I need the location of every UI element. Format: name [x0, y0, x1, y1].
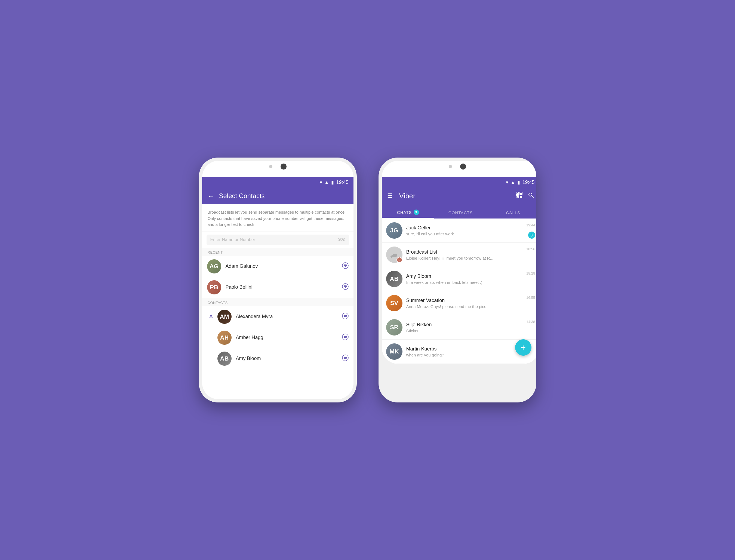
hamburger-menu[interactable]: ☰ [387, 192, 393, 199]
battery-icon-right: ▮ [517, 179, 520, 185]
unread-badge-jack: 3 [528, 232, 535, 239]
wifi-icon-right: ▾ [506, 179, 508, 185]
chat-preview-jack: sure, i'll call you after work [406, 232, 524, 236]
phone-notch-right [379, 164, 536, 170]
fab-icon: + [521, 343, 526, 353]
tab-chats[interactable]: CHATS 3 [382, 207, 434, 219]
svg-rect-10 [517, 196, 518, 198]
avatar-amber: AH [217, 331, 232, 345]
avatar-summer: SV [386, 295, 402, 311]
signal-icon: ▲ [324, 180, 329, 185]
contact-name-amy: Amy Bloom [236, 356, 342, 361]
app-header-right: ☰ Viber [382, 187, 536, 204]
app-header-left: ← Select Contacts [202, 187, 353, 204]
front-camera-small [269, 165, 272, 168]
tab-contacts-label: CONTACTS [448, 210, 473, 215]
contact-name-amber: Amber Hagg [236, 335, 342, 340]
chat-name-summer: Summer Vacation [406, 298, 524, 303]
viber-icon-alexandera [342, 313, 349, 321]
battery-icon: ▮ [331, 179, 334, 185]
front-camera-big-right [460, 164, 466, 170]
avatar-paolo: PB [207, 280, 221, 294]
chat-name-silje: Silje Rikken [406, 322, 524, 328]
chat-row-summer[interactable]: SV Summer Vacation Anna Meraz: Guys! ple… [382, 291, 536, 315]
chat-info-jack: Jack Geller sure, i'll call you after wo… [406, 225, 524, 236]
search-icon[interactable] [528, 192, 534, 200]
chat-info-broadcast: Broadcast List Eloise Koiller: Hey! I'll… [406, 249, 524, 260]
status-time-right: 19:45 [522, 180, 534, 185]
section-contacts-label: CONTACTS [202, 298, 353, 306]
chat-time-silje: 14:38 [526, 320, 535, 324]
svg-rect-8 [520, 193, 522, 194]
front-camera-big [281, 164, 287, 170]
chat-row-martin[interactable]: MK Martin Kuerbs when are you going? [382, 340, 536, 364]
chat-name-amy: Amy Bloom [406, 273, 524, 279]
svg-rect-6 [517, 193, 518, 194]
tab-contacts[interactable]: CONTACTS [434, 208, 487, 219]
chat-row-jack[interactable]: JG Jack Geller sure, i'll call you after… [382, 219, 536, 243]
avatar-martin: MK [386, 343, 402, 360]
chat-meta-jack: 19:44 3 [524, 223, 535, 239]
avatar-broadcast: E [386, 247, 402, 263]
tab-calls-label: CALLS [506, 210, 521, 215]
svg-rect-18 [391, 257, 392, 258]
avatar-silje: SR [386, 319, 402, 336]
search-bar[interactable]: Enter Name or Number 0/20 [207, 235, 349, 245]
chat-info-amy: Amy Bloom In a week or so, when im back … [406, 273, 524, 285]
svg-rect-12 [521, 196, 522, 197]
avatar-amy-right: AB [386, 271, 402, 287]
chat-row-amy-right[interactable]: AB Amy Bloom In a week or so, when im ba… [382, 267, 536, 291]
avatar-adam: AG [207, 259, 221, 273]
chat-time-summer: 16:55 [526, 296, 535, 300]
chat-list: JG Jack Geller sure, i'll call you after… [382, 219, 536, 364]
chat-info-summer: Summer Vacation Anna Meraz: Guys! please… [406, 298, 524, 309]
section-recent-label: RECENT [202, 248, 353, 256]
tab-calls[interactable]: CALLS [487, 208, 536, 219]
page-title-left: Select Contacts [219, 192, 265, 200]
chat-time-broadcast: 18:56 [526, 247, 535, 251]
chat-preview-amy: In a week or so, when im back lets meet … [406, 280, 524, 285]
description-box: Broadcast lists let you send separate me… [202, 204, 353, 232]
chat-name-broadcast: Broadcast List [406, 249, 524, 255]
chat-preview-silje: Sticker [406, 328, 524, 333]
chat-time-amy: 18:28 [526, 271, 535, 275]
fab-compose[interactable]: + [515, 339, 531, 356]
contact-row-alexandera[interactable]: A AM Alexandera Myra [202, 306, 353, 327]
status-bar-right: ▾ ▲ ▮ 19:45 [382, 177, 536, 187]
contact-row-amy[interactable]: AB Amy Bloom [202, 348, 353, 369]
avatar-amy: AB [217, 352, 232, 366]
phone-notch-left [199, 164, 357, 170]
contact-row-amber[interactable]: AH Amber Hagg [202, 327, 353, 348]
signal-icon-right: ▲ [510, 180, 515, 185]
viber-icon-amber [342, 334, 349, 342]
svg-line-16 [532, 196, 533, 198]
tab-chats-label: CHATS [397, 210, 412, 215]
chat-time-jack: 19:44 [526, 223, 535, 227]
tabs-bar: CHATS 3 CONTACTS CALLS [382, 204, 536, 219]
svg-rect-11 [520, 196, 521, 197]
phone-left: ▾ ▲ ▮ 19:45 ← Select Contacts Broadcast … [199, 158, 357, 402]
viber-icon-adam [342, 262, 349, 270]
svg-rect-14 [521, 197, 522, 198]
contact-row-paolo[interactable]: PB Paolo Bellini [202, 277, 353, 298]
avatar-alexandera: AM [217, 310, 232, 324]
chat-name-jack: Jack Geller [406, 225, 524, 231]
chats-badge: 3 [414, 210, 419, 215]
contact-name-alexandera: Alexandera Myra [236, 314, 342, 319]
qr-icon[interactable] [516, 192, 523, 200]
broadcast-description: Broadcast lists let you send separate me… [208, 209, 348, 228]
search-placeholder: Enter Name or Number [210, 237, 255, 242]
viber-icon-paolo [342, 283, 349, 291]
chat-preview-broadcast: Eloise Koiller: Hey! I'll meet you tomor… [406, 256, 524, 260]
chat-row-silje[interactable]: SR Silje Rikken Sticker 14:38 [382, 315, 536, 340]
svg-rect-13 [520, 197, 521, 198]
back-button[interactable]: ← [208, 192, 215, 200]
alpha-a: A [207, 313, 215, 320]
chat-preview-summer: Anna Meraz: Guys! please send me the pic… [406, 304, 524, 309]
chat-row-broadcast[interactable]: E Broadcast List Eloise Koiller: Hey! I'… [382, 243, 536, 267]
viber-title: Viber [399, 192, 511, 200]
phone-right: ▾ ▲ ▮ 19:45 ☰ Viber [379, 158, 536, 402]
status-time-left: 19:45 [336, 180, 348, 185]
contact-row-adam[interactable]: AG Adam Galunov [202, 256, 353, 277]
chat-info-silje: Silje Rikken Sticker [406, 322, 524, 333]
